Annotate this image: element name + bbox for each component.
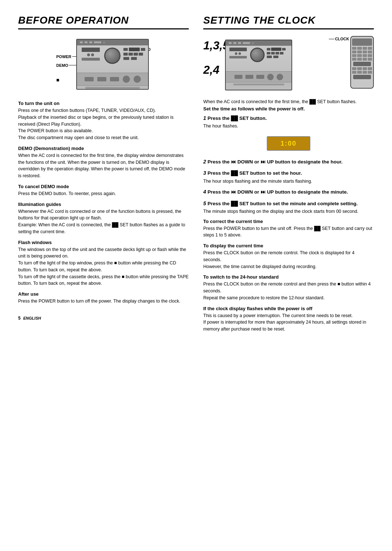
subsection-illumination-title: Illumination guides <box>18 202 189 207</box>
intro-text: When the AC cord is connected for the fi… <box>203 99 374 104</box>
flash-p3: To turn off the light of the cassette de… <box>18 274 189 287</box>
display-time-p2: However, the time cannot be displayed du… <box>203 263 374 270</box>
turn-on-p4: The disc compartment may open and close … <box>18 134 189 141</box>
step-2: 2 Press the ⏮ DOWN or ⏭ UP button to des… <box>203 158 374 166</box>
subsection-demo: DEMO (Demonstration) mode When the AC co… <box>18 146 189 179</box>
subsection-demo-title: DEMO (Demonstration) mode <box>18 146 189 151</box>
clock-display-container: 1:00 <box>203 133 374 154</box>
left-device-illustration: POWER DEMO CD ■ <box>18 36 189 94</box>
demo-p1: When the AC cord is connected for the fi… <box>18 152 189 179</box>
24hour-p2: Repeat the same procedure to restore the… <box>203 295 374 301</box>
correct-time-p1: Press the POWER button to turn the unit … <box>203 225 374 239</box>
clock-flashes-p2: If power is interrupted for more than ap… <box>203 319 374 333</box>
flash-p1: The windows on the top of the unit and t… <box>18 246 189 260</box>
subsection-display-time: To display the current time Press the CL… <box>203 243 374 270</box>
illumination-p2: Example: When the AC cord is connected, … <box>18 222 189 235</box>
step-4-header: 4 Press the ⏮ DOWN or ⏭ UP button to des… <box>203 188 374 196</box>
step-1: 1 Press the ██ SET button. The hour flas… <box>203 114 374 154</box>
step-3: 3 Press the ██ SET button to set the hou… <box>203 169 374 185</box>
after-use-p1: Press the POWER button to turn off the p… <box>18 298 189 305</box>
step-2-header: 2 Press the ⏮ DOWN or ⏭ UP button to des… <box>203 158 374 166</box>
step-5: 5 Press the ██ SET button to set the min… <box>203 200 374 215</box>
language-label: ENGLISH <box>23 316 41 320</box>
turn-on-p3: The POWER button is also available. <box>18 127 189 134</box>
clock-label: CLOCK <box>329 37 349 41</box>
24hour-p1: Press the CLOCK button on the remote con… <box>203 281 374 295</box>
stereo-unit-left <box>76 39 149 90</box>
subsection-illumination: Illumination guides Whenever the AC cord… <box>18 202 189 235</box>
subsection-cancel-demo-title: To cancel DEMO mode <box>18 184 189 189</box>
24hour-title: To switch to the 24-hour standard <box>203 274 374 280</box>
square-label: ■ <box>56 77 59 83</box>
step-1-header: 1 Press the ██ SET button. <box>203 114 374 122</box>
step-5-header: 5 Press the ██ SET button to set the min… <box>203 200 374 207</box>
step-4: 4 Press the ⏮ DOWN or ⏭ UP button to des… <box>203 188 374 196</box>
illumination-p1: Whenever the AC cord is connected or one… <box>18 208 189 222</box>
step-5-detail: The minute stops flashing on the display… <box>203 208 374 215</box>
display-time-title: To display the current time <box>203 243 374 248</box>
bold-instruction: Set the time as follows while the power … <box>203 106 374 112</box>
display-time-p1: Press the CLOCK button on the remote con… <box>203 250 374 263</box>
left-title: BEFORE OPERATION <box>18 15 189 29</box>
left-section: BEFORE OPERATION POWER DEMO CD <box>18 15 189 337</box>
cancel-demo-p1: Press the DEMO button. To reenter, press… <box>18 190 189 197</box>
turn-on-p2: Playback of the inserted disc or tape be… <box>18 114 189 128</box>
clock-flashes-p1: This is caused by a power interruption. … <box>203 312 374 319</box>
subsection-flash: Flash windows The windows on the top of … <box>18 240 189 287</box>
subsection-flash-title: Flash windows <box>18 240 189 245</box>
subsection-after-use: After use Press the POWER button to turn… <box>18 291 189 305</box>
left-subsections: To turn the unit on Press one of the fun… <box>18 101 189 305</box>
additional-sections: To correct the current time Press the PO… <box>203 219 374 333</box>
remote-illustration <box>350 36 374 89</box>
subsection-turn-on: To turn the unit on Press one of the fun… <box>18 101 189 141</box>
step-1-detail: The hour flashes. <box>203 123 374 130</box>
clock-display: 1:00 <box>267 136 310 151</box>
correct-time-title: To correct the current time <box>203 219 374 224</box>
subsection-cancel-demo: To cancel DEMO mode Press the DEMO butto… <box>18 184 189 197</box>
step-3-detail: The hour stops flashing and the minute s… <box>203 178 374 185</box>
flash-p2: To turn off the light of the top window,… <box>18 260 189 274</box>
subsection-clock-flashes: If the clock display flashes while the p… <box>203 306 374 333</box>
subsection-24hour: To switch to the 24-hour standard Press … <box>203 274 374 301</box>
subsection-correct-time: To correct the current time Press the PO… <box>203 219 374 239</box>
subsection-turn-on-title: To turn the unit on <box>18 101 189 106</box>
turn-on-p1: Press one of the function buttons (TAPE,… <box>18 107 189 114</box>
page-footer: 5 ENGLISH <box>18 316 189 321</box>
clock-flashes-title: If the clock display flashes while the p… <box>203 306 374 311</box>
steps-list: 1 Press the ██ SET button. The hour flas… <box>203 114 374 215</box>
step-3-header: 3 Press the ██ SET button to set the hou… <box>203 169 374 177</box>
right-title: SETTING THE CLOCK <box>203 15 374 29</box>
subsection-after-use-title: After use <box>18 291 189 297</box>
page-num: 5 <box>18 316 21 321</box>
right-device-illustration: 1,3,5 2,4 <box>203 36 374 94</box>
stereo-unit-right <box>225 40 292 90</box>
right-section: SETTING THE CLOCK 1,3,5 2,4 <box>203 15 374 337</box>
